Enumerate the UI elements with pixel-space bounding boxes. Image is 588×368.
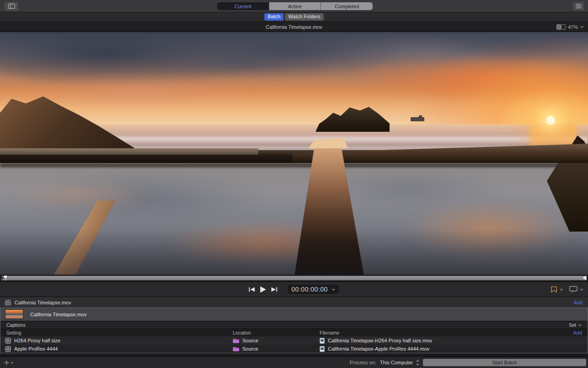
job-header-row[interactable]: California Timelapse.mov Add: [0, 297, 588, 308]
footer-bar: Process on: This Computer Start Batch: [0, 357, 588, 368]
video-preview[interactable]: [0, 32, 588, 275]
add-output-button[interactable]: [4, 360, 14, 365]
job-group: California Timelapse.mov Captions Set Se…: [0, 308, 588, 353]
chevron-down-icon[interactable]: [580, 288, 583, 291]
marker-button[interactable]: [551, 286, 557, 293]
output-row[interactable]: H264 Proxy half size Source California T…: [0, 336, 588, 345]
tab-completed[interactable]: Completed: [321, 2, 373, 10]
play-button[interactable]: [260, 286, 266, 293]
tab-current[interactable]: Current: [217, 2, 269, 10]
scene-vignette: [0, 229, 588, 275]
view-segmented-control: Current Active Completed: [217, 2, 373, 10]
column-filename: Filename: [320, 330, 573, 336]
scene-wall-reflection: [0, 163, 588, 168]
scene-orange-reflection: [9, 179, 155, 211]
column-location: Location: [233, 330, 320, 336]
display-overlay-button[interactable]: [569, 286, 577, 293]
set-label: Set: [569, 322, 576, 328]
preview-titlebar: California Timelapse.mov 47%: [0, 22, 588, 32]
preview-zoom-control[interactable]: 47%: [556, 22, 584, 32]
captions-label: Captions: [6, 322, 25, 328]
marker-bookmark-icon: [551, 286, 557, 293]
source-row-selected[interactable]: California Timelapse.mov: [0, 308, 588, 321]
batch-tabbar: Batch Watch Folders: [0, 12, 588, 22]
transport-bar: 00:00:00:00: [0, 281, 588, 297]
outputs-table-header: Setting Location Filename Add: [0, 329, 588, 336]
output-row[interactable]: Apple ProRes 4444 Source California Time…: [0, 345, 588, 353]
setting-icon: [5, 338, 11, 344]
chevron-down-icon: [11, 362, 14, 364]
timeline-scrubber[interactable]: [0, 275, 588, 281]
outputs-add-link[interactable]: Add: [573, 330, 582, 336]
sidebar-toggle-button[interactable]: [5, 2, 18, 11]
chevron-down-icon: [332, 288, 336, 291]
timecode-field[interactable]: 00:00:00:00: [288, 285, 339, 294]
movie-camera-icon: [5, 300, 11, 305]
captions-set-control[interactable]: Set: [569, 322, 582, 328]
zoom-level-value: 47%: [568, 24, 578, 30]
scrubber-track[interactable]: [1, 276, 587, 281]
previous-frame-button[interactable]: [249, 287, 255, 292]
output-setting: Apple ProRes 4444: [14, 346, 58, 352]
previous-frame-icon: [249, 287, 255, 292]
column-setting: Setting: [0, 330, 233, 336]
folder-icon: [233, 338, 239, 343]
preview-extra-controls: [551, 282, 583, 297]
folder-icon: [233, 346, 239, 352]
playback-controls: 00:00:00:00: [249, 282, 339, 297]
process-on-value: This Computer: [380, 360, 413, 365]
compare-view-icon: [556, 24, 566, 30]
next-frame-button[interactable]: [271, 287, 277, 292]
output-location: Source: [242, 346, 258, 352]
scene-sun: [546, 116, 555, 125]
timecode-value: 00:00:00:00: [291, 286, 327, 293]
process-on-select[interactable]: This Computer: [380, 360, 419, 366]
chevron-down-icon[interactable]: [560, 288, 563, 291]
sliders-icon: [576, 4, 582, 9]
preview-title: California Timelapse.mov: [266, 24, 322, 30]
movie-file-icon: [320, 346, 325, 352]
inspector-toggle-button[interactable]: [572, 2, 584, 11]
footer-right-controls: Process on: This Computer Start Batch: [350, 357, 586, 368]
captions-row[interactable]: Captions Set: [0, 321, 588, 329]
output-filename: California Timelapse-Apple ProRes 4444.m…: [328, 346, 430, 352]
out-point-marker: [582, 276, 586, 280]
source-name: California Timelapse.mov: [30, 312, 87, 317]
output-filename: California Timelapse-H264 Proxy half siz…: [328, 338, 432, 343]
speech-bubble-icon: [569, 286, 577, 293]
play-icon: [260, 286, 266, 293]
output-setting: H264 Proxy half size: [14, 338, 60, 343]
toolbar: Current Active Completed: [0, 0, 588, 12]
scene-ship: [411, 117, 424, 121]
plus-icon: [4, 360, 9, 365]
playhead[interactable]: [4, 276, 7, 281]
chevron-down-icon: [580, 26, 584, 28]
output-location: Source: [242, 338, 258, 343]
movie-file-icon: [320, 338, 325, 344]
tab-active[interactable]: Active: [269, 2, 321, 10]
start-batch-button[interactable]: Start Batch: [423, 359, 586, 366]
process-on-label: Process on:: [350, 360, 376, 365]
setting-icon: [5, 346, 11, 352]
tab-batch[interactable]: Batch: [264, 13, 283, 21]
next-frame-icon: [271, 287, 277, 292]
tab-watch-folders[interactable]: Watch Folders: [285, 13, 324, 21]
source-thumbnail: [5, 310, 23, 319]
batch-list-spacer: [0, 353, 588, 357]
sidebar-icon: [8, 4, 15, 9]
scene-rubble: [0, 148, 258, 155]
stepper-icon: [416, 360, 419, 366]
job-title: California Timelapse.mov: [15, 300, 71, 305]
chevron-down-icon: [578, 324, 582, 326]
job-add-link[interactable]: Add: [573, 300, 583, 305]
